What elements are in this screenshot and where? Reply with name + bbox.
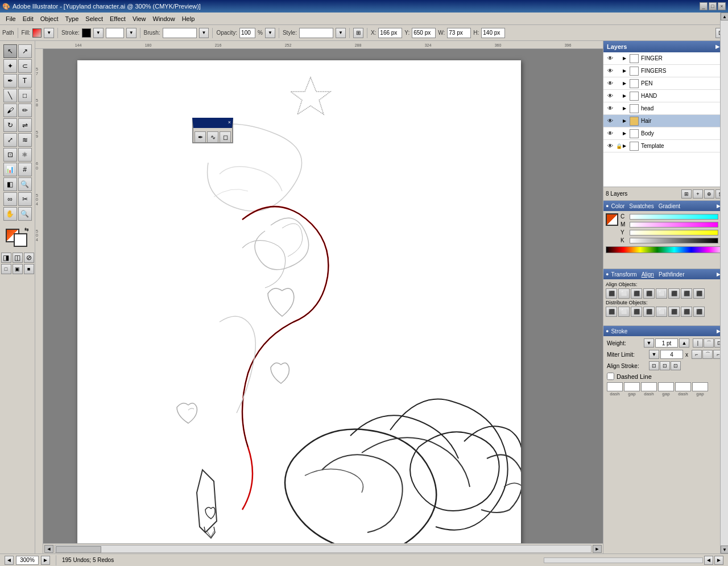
- layer-expand-icon[interactable]: ▶: [623, 56, 628, 61]
- layer-expand-icon[interactable]: ▶: [623, 81, 628, 86]
- layer-eye-icon[interactable]: 👁: [606, 67, 615, 76]
- align-more2-btn[interactable]: ⬛: [693, 288, 705, 299]
- cap-round-btn[interactable]: ⌒: [704, 338, 714, 348]
- close-button[interactable]: ×: [718, 2, 726, 10]
- scroll-right-status[interactable]: ►: [714, 556, 723, 565]
- style-input[interactable]: [299, 28, 333, 38]
- scissors-tool[interactable]: ✂: [18, 192, 32, 206]
- layer-item[interactable]: 👁▶Hair: [603, 115, 728, 127]
- layer-eye-icon[interactable]: 👁: [606, 129, 615, 138]
- color-spectrum-bar[interactable]: [606, 246, 726, 253]
- stroke-value-input[interactable]: 1 pt: [106, 28, 124, 38]
- weight-up-btn[interactable]: ▲: [679, 338, 689, 348]
- maximize-button[interactable]: □: [709, 2, 717, 10]
- none-mode-btn[interactable]: ⊘: [24, 253, 34, 263]
- screen-mode-btn1[interactable]: □: [1, 264, 11, 274]
- k-slider[interactable]: [630, 238, 718, 243]
- layer-eye-icon[interactable]: 👁: [606, 142, 615, 151]
- dist-top-btn[interactable]: ⬛: [643, 307, 655, 317]
- y-input[interactable]: [412, 28, 436, 38]
- brush-dropdown[interactable]: ▼: [199, 28, 209, 38]
- weight-input[interactable]: [655, 338, 678, 348]
- color-mode-btn[interactable]: ◨: [1, 253, 11, 263]
- align-left-btn[interactable]: ⬛: [606, 288, 617, 299]
- hand-tool[interactable]: ✋: [3, 207, 17, 221]
- menu-item-view[interactable]: View: [129, 14, 150, 23]
- transform-tab[interactable]: Transform: [611, 271, 636, 278]
- grid-button[interactable]: ⊞: [353, 28, 363, 38]
- line-tool[interactable]: ╲: [3, 89, 17, 102]
- menu-item-file[interactable]: File: [2, 14, 19, 23]
- dash3-input[interactable]: [675, 382, 691, 391]
- layer-new-btn[interactable]: +: [693, 189, 703, 199]
- rotate-tool[interactable]: ↻: [3, 118, 17, 132]
- blend-tool[interactable]: ∞: [3, 192, 17, 206]
- pencil-tool[interactable]: ✏: [18, 104, 32, 117]
- menu-item-effect[interactable]: Effect: [106, 14, 129, 23]
- free-transform-tool[interactable]: ⊡: [3, 148, 17, 162]
- dash1-input[interactable]: [607, 382, 623, 391]
- gap1-input[interactable]: [624, 382, 640, 391]
- nav-right-btn[interactable]: ►: [41, 556, 50, 565]
- align-outside-stroke-btn[interactable]: ⊡: [671, 361, 681, 370]
- join-miter-btn[interactable]: ⌐: [692, 350, 702, 359]
- canvas[interactable]: [43, 49, 603, 543]
- gradient-mode-btn[interactable]: ◫: [13, 253, 23, 263]
- layer-item[interactable]: 👁▶HAND: [603, 90, 728, 102]
- menu-item-help[interactable]: Help: [179, 14, 198, 23]
- gap3-input[interactable]: [692, 382, 708, 391]
- right-scroll-track[interactable]: [721, 41, 728, 546]
- layer-lock-icon[interactable]: [615, 105, 623, 113]
- align-bottom-btn[interactable]: ⬛: [668, 288, 680, 299]
- scroll-down-button[interactable]: ▼: [721, 546, 728, 553]
- screen-mode-btn2[interactable]: ▣: [13, 264, 23, 274]
- menu-item-select[interactable]: Select: [82, 14, 106, 23]
- layer-item[interactable]: 👁🔒▶Template: [603, 140, 728, 152]
- layer-expand-icon[interactable]: ▶: [623, 131, 628, 136]
- layer-lock-icon[interactable]: [615, 55, 623, 63]
- layer-expand-icon[interactable]: ▶: [623, 106, 628, 111]
- scroll-left-status[interactable]: ◄: [704, 556, 713, 565]
- symbol-tool[interactable]: ⚛: [18, 148, 32, 162]
- layer-lock-icon[interactable]: [615, 92, 623, 100]
- align-inside-stroke-btn[interactable]: ⊡: [660, 361, 670, 370]
- layer-item[interactable]: 👁▶head: [603, 102, 728, 115]
- dist-more2-btn[interactable]: ⬛: [693, 307, 705, 317]
- layer-item[interactable]: 👁▶PEN: [603, 77, 728, 90]
- column-graph-tool[interactable]: 📊: [3, 163, 17, 176]
- gradient-tool[interactable]: ◧: [3, 177, 17, 191]
- layer-menu-btn[interactable]: ⊞: [681, 189, 692, 199]
- dist-left-btn[interactable]: ⬛: [606, 307, 617, 317]
- menu-item-object[interactable]: Object: [37, 14, 62, 23]
- style-dropdown[interactable]: ▼: [336, 28, 346, 38]
- gradient-tab[interactable]: Gradient: [659, 203, 680, 209]
- pen-tool[interactable]: ✒: [3, 74, 17, 88]
- reflect-tool[interactable]: ⇌: [18, 118, 32, 132]
- brush-input[interactable]: [163, 28, 197, 38]
- stroke-button[interactable]: ▼: [93, 28, 104, 38]
- mesh-tool[interactable]: #: [18, 163, 32, 176]
- brush-smooth-button[interactable]: ∿: [207, 131, 218, 143]
- align-center-h-btn[interactable]: ⬜: [618, 288, 630, 299]
- opacity-dropdown[interactable]: ▼: [265, 28, 275, 38]
- dist-center-v-btn[interactable]: ⬜: [656, 307, 667, 317]
- pathfinder-tab[interactable]: Pathfinder: [659, 271, 685, 278]
- scroll-track[interactable]: [55, 545, 592, 553]
- align-tab[interactable]: Align: [642, 271, 654, 278]
- layer-item[interactable]: 👁▶Body: [603, 127, 728, 140]
- miter-input[interactable]: [660, 350, 683, 359]
- c-slider[interactable]: [630, 214, 718, 220]
- layer-eye-icon[interactable]: 👁: [606, 117, 615, 126]
- layer-lock-icon[interactable]: [615, 67, 623, 75]
- w-input[interactable]: [447, 28, 471, 38]
- scroll-indicator[interactable]: [544, 557, 703, 563]
- m-slider[interactable]: [630, 222, 718, 228]
- zoom-input[interactable]: [16, 556, 39, 565]
- align-center-stroke-btn[interactable]: ⊡: [649, 361, 659, 370]
- brush-panel-close-button[interactable]: ×: [228, 119, 231, 125]
- layer-item[interactable]: 👁▶FINGERS: [603, 65, 728, 77]
- type-tool[interactable]: T: [18, 74, 32, 88]
- scale-tool[interactable]: ⤢: [3, 133, 17, 147]
- direct-select-tool[interactable]: ↗: [18, 44, 32, 58]
- paintbrush-tool[interactable]: 🖌: [3, 104, 17, 117]
